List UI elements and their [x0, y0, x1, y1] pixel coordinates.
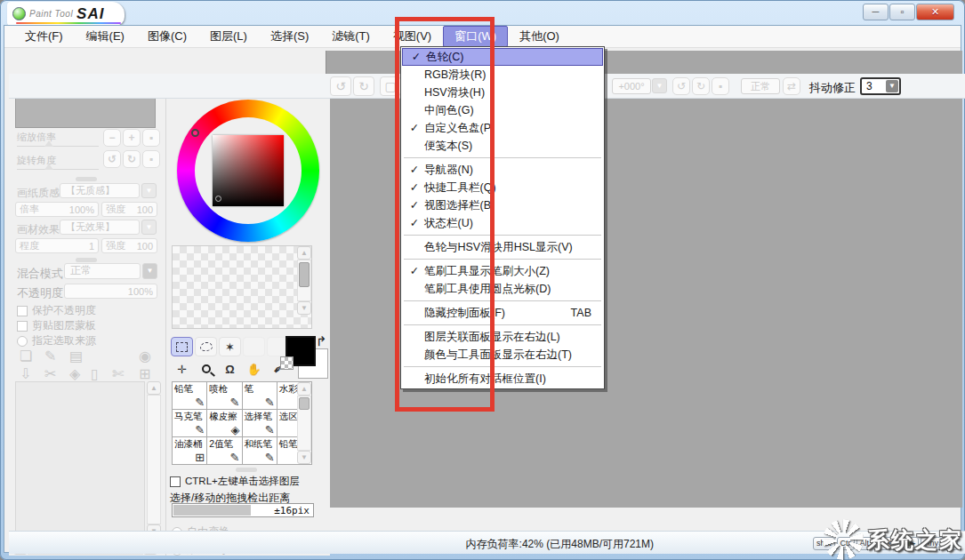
paste-layer-icon[interactable]: ⊞ [139, 365, 150, 382]
new-layer-icon[interactable]: ❏ [20, 348, 32, 364]
menu-select[interactable]: 选择(S) [259, 26, 320, 47]
material-effect-select[interactable]: 【无效果】 [60, 220, 140, 235]
menu-item-color-panel-right[interactable]: 颜色与工具面板显示在右边(T) [401, 346, 604, 364]
menu-item-navigator[interactable]: ✓导航器(N) [401, 161, 604, 179]
navigator-angle-slider[interactable] [17, 169, 99, 170]
transparent-color-swatch[interactable] [280, 356, 294, 370]
minimize-button[interactable]: ─ [863, 4, 889, 20]
brush-scroll-up-button[interactable]: ▲ [297, 382, 311, 396]
blend-mode-select[interactable]: 正常 [64, 263, 141, 279]
deselect-button[interactable]: ▢ [380, 76, 401, 96]
paper-texture-select[interactable]: 【无质感】 [60, 183, 140, 198]
view-rotate-ccw-button[interactable]: ↺ [672, 77, 690, 95]
clipping-mask-checkbox[interactable] [17, 321, 28, 332]
rect-select-tool[interactable] [171, 337, 193, 356]
navigator-zoom-slider[interactable] [17, 146, 99, 147]
redo-button[interactable]: ↻ [353, 76, 374, 96]
stabilizer-dropdown-button[interactable]: ▼ [886, 80, 898, 92]
brush-bucket[interactable]: 油漆桶⊞ [173, 437, 206, 464]
palette-scroll-thumb[interactable] [299, 262, 310, 287]
saturation-value-square[interactable] [213, 135, 284, 206]
rotate-ccw-button[interactable]: ↺ [103, 150, 121, 168]
menu-item-hide-panels[interactable]: 隐藏控制面板(F)TAB [401, 304, 604, 322]
paper-strength-field[interactable]: 强度100 [101, 202, 157, 217]
menu-item-custom-palette[interactable]: ✓自定义色盘(P) [401, 119, 604, 137]
menu-item-status-bar[interactable]: ✓状态栏(U) [401, 214, 604, 232]
protect-opacity-checkbox[interactable] [17, 306, 28, 316]
navigator-zoom-slider-handle[interactable] [44, 140, 53, 147]
custom-palette-swatches[interactable] [172, 245, 312, 329]
hue-indicator[interactable] [191, 129, 199, 137]
menu-layer[interactable]: 图层(L) [198, 26, 259, 47]
menu-item-scratchpad[interactable]: 便笺本(S) [401, 137, 604, 155]
brush-scroll-down-button[interactable]: ▼ [297, 451, 311, 464]
opacity-slider[interactable]: 100% [64, 284, 157, 299]
transfer-down-icon[interactable]: ⇩ [20, 365, 31, 382]
drag-detect-slider[interactable]: ±16pix [172, 503, 314, 517]
swap-colors-icon[interactable]: ↱ [316, 333, 327, 349]
menu-item-show-brush-size[interactable]: ✓笔刷工具显示笔刷大小(Z) [401, 262, 604, 280]
lasso-tool[interactable] [195, 337, 217, 356]
layers-scroll-up-button[interactable]: ▲ [147, 381, 161, 395]
paper-texture-dropdown-button[interactable]: ▼ [141, 183, 157, 198]
move-tool[interactable]: ✛ [171, 359, 193, 379]
menu-view[interactable]: 视图(V) [382, 26, 443, 47]
brush-pencil[interactable]: 铅笔✎ [173, 382, 206, 409]
merge-down-icon[interactable]: ✂ [44, 365, 56, 382]
menu-others[interactable]: 其他(O) [508, 26, 571, 47]
undo-button[interactable]: ↺ [330, 76, 351, 96]
view-angle-field[interactable]: +000° [612, 78, 651, 94]
menu-item-color-wheel[interactable]: ✓色轮(C) [402, 48, 603, 66]
empty-tool-slot[interactable] [243, 337, 265, 356]
effect-strength-field[interactable]: 强度100 [101, 238, 157, 253]
brush-select-pen[interactable]: 选择笔✎ [243, 410, 277, 436]
panel-splitter[interactable] [236, 468, 257, 472]
selection-source-radio[interactable] [17, 336, 28, 347]
menu-item-hsv-slider[interactable]: HSV滑块(H) [401, 84, 604, 101]
brush-marker[interactable]: 马克笔✎ [173, 410, 206, 436]
zoom-reset-button[interactable]: ▪ [142, 129, 160, 147]
palette-scroll-down-button[interactable]: ▼ [297, 301, 311, 315]
layers-list[interactable] [15, 381, 145, 538]
menu-edit[interactable]: 编辑(E) [75, 26, 136, 47]
view-angle-dropdown-button[interactable]: ▼ [652, 78, 667, 93]
new-linework-layer-icon[interactable]: ✎ [44, 348, 56, 364]
blend-mode-dropdown-button[interactable]: ▼ [142, 263, 157, 279]
effect-degree-field[interactable]: 程度1 [15, 238, 99, 253]
view-rotate-cw-button[interactable]: ↻ [692, 77, 710, 95]
panel-splitter[interactable] [76, 177, 97, 181]
brush-eraser[interactable]: 橡皮擦◈ [207, 410, 241, 436]
hand-tool[interactable]: ✋ [243, 359, 265, 379]
menu-item-quick-bar[interactable]: ✓快捷工具栏(Q) [401, 179, 604, 196]
menu-item-dot-cursor[interactable]: 笔刷工具使用圆点光标(D) [401, 280, 604, 298]
stabilizer-select[interactable]: 3 ▼ [860, 77, 901, 95]
clear-layer-icon[interactable]: ◈ [69, 365, 80, 382]
view-normal-button[interactable]: 正常 [741, 78, 780, 94]
new-folder-icon[interactable]: ▤ [69, 348, 83, 364]
palette-scrollbar[interactable] [297, 260, 311, 301]
brush-scrollbar[interactable] [297, 396, 311, 451]
zoom-out-button[interactable]: − [103, 129, 121, 147]
view-rotate-reset-button[interactable]: ▪ [712, 77, 729, 95]
sv-indicator[interactable] [215, 196, 221, 202]
palette-scroll-up-button[interactable]: ▲ [297, 246, 311, 260]
clipping-mask-option[interactable]: 剪贴图层蒙板 [17, 318, 96, 333]
brush-airbrush[interactable]: 喷枪✎ [207, 382, 241, 409]
brush-washi-pen[interactable]: 和纸笔✎ [243, 437, 277, 464]
menu-item-layer-panel-right[interactable]: 图层关联面板显示在右边(L) [401, 328, 604, 346]
menu-item-hsl-display[interactable]: 色轮与HSV滑块用HSL显示(V) [401, 238, 604, 256]
magic-wand-tool[interactable]: ✶ [219, 337, 241, 356]
menu-image[interactable]: 图像(C) [136, 26, 198, 47]
flip-view-button[interactable]: ⇄ [783, 77, 800, 95]
ctrl-select-layer-option[interactable]: CTRL+左键单击选择图层 [170, 475, 300, 488]
menu-file[interactable]: 文件(F) [13, 26, 75, 47]
panel-splitter[interactable] [76, 258, 97, 262]
menu-filter[interactable]: 滤镜(T) [320, 26, 382, 47]
restore-button[interactable]: ▫ [889, 4, 915, 20]
menu-window[interactable]: 窗口(W) [443, 26, 508, 47]
menu-item-reset-dialogs[interactable]: 初始化所有对话框位置(I) [401, 370, 604, 388]
layer-mask-icon[interactable]: ◉ [139, 348, 151, 364]
ctrl-select-layer-checkbox[interactable] [170, 476, 181, 487]
selection-source-option[interactable]: 指定选取来源 [17, 333, 96, 348]
zoom-tool[interactable] [195, 359, 217, 379]
